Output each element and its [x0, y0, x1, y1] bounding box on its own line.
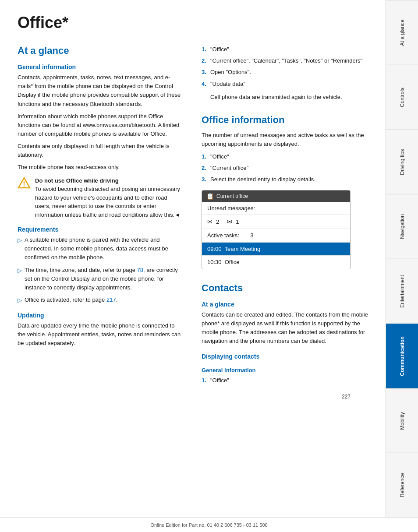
list-item: 4. "Update data"	[202, 80, 368, 88]
list-item: 3. Select the desired entry to display d…	[202, 175, 368, 184]
office-info-steps: 1. "Office" 2. "Current office" 3. Selec…	[202, 152, 368, 184]
req-item-3: Office is activated, refer to page 217.	[25, 296, 117, 304]
list-item: 1. "Office"	[202, 376, 368, 385]
step-num-2: 2.	[202, 56, 208, 65]
step-text-2: "Current office", "Calendar", "Tasks", "…	[210, 56, 362, 65]
office-info-text: The number of unread messages and active…	[202, 131, 368, 148]
general-info-para-3: Contents are only displayed in full leng…	[18, 142, 184, 159]
screen-row: 10:30 Office	[202, 256, 350, 269]
footer: Online Edition for Part no. 01 40 2 606 …	[0, 518, 418, 532]
step-text: Select the desired entry to display deta…	[210, 175, 315, 184]
screen-row: Active tasks: 3	[202, 229, 350, 243]
list-item: ▷ A suitable mobile phone is paired with…	[18, 236, 184, 262]
general-info-para-1: Contacts, appointments, tasks, notes, te…	[18, 73, 184, 109]
appointment-2: 10:30 Office	[207, 259, 239, 265]
step-num: 2.	[202, 164, 208, 173]
email-icon-1: ✉	[207, 217, 213, 226]
requirements-list: ▷ A suitable mobile phone is paired with…	[18, 236, 184, 305]
list-item: ▷ The time, time zone, and date, refer t…	[18, 266, 184, 292]
list-item: 3. Open "Options".	[202, 68, 368, 77]
step-text: "Office"	[210, 152, 229, 161]
doc-icon: 📋	[206, 193, 214, 200]
appointment-1: 09:00 Team Meeting	[207, 246, 260, 252]
bullet-arrow-icon: ▷	[18, 236, 22, 245]
general-info-heading: General information	[18, 63, 184, 70]
bullet-arrow-icon: ▷	[18, 296, 22, 305]
req-item-1: A suitable mobile phone is paired with t…	[25, 236, 184, 262]
step-text: "Current office"	[210, 164, 248, 173]
screen-row: Unread messages:	[202, 202, 350, 215]
svg-text:!: !	[23, 180, 25, 188]
req-item-2: The time, time zone, and date, refer to …	[25, 266, 184, 292]
msg-icons-row: ✉ 2 ✉ 1	[207, 217, 345, 226]
email-count-2: 1	[236, 218, 239, 226]
updating-heading: Updating	[18, 312, 184, 319]
general-info-para-2: Information about which mobile phones su…	[18, 112, 184, 138]
displaying-contacts-heading: Displaying contacts	[202, 353, 368, 360]
warning-box: ! Do not use Office while driving To avo…	[18, 176, 184, 219]
step-num: 3.	[202, 175, 208, 184]
email-count-1: 2	[216, 218, 219, 226]
requirements-heading: Requirements	[18, 226, 184, 233]
footer-text: Online Edition for Part no. 01 40 2 606 …	[150, 522, 267, 528]
warning-text: Do not use Office while driving To avoid…	[35, 176, 184, 219]
sidebar-tab-reference[interactable]: Reference	[386, 453, 418, 518]
general-info-para-4: The mobile phone has read-access only.	[18, 163, 184, 172]
page-number: 227	[18, 389, 368, 400]
sidebar: At a glance Controls Driving tips Naviga…	[386, 0, 418, 518]
step-text-3: Open "Options".	[210, 68, 251, 77]
screen-title: Current office	[216, 193, 248, 199]
right-column: 1. "Office" 2. "Current office", "Calend…	[202, 45, 368, 389]
left-column: At a glance General information Contacts…	[18, 45, 184, 389]
update-steps-list: 1. "Office" 2. "Current office", "Calend…	[202, 45, 368, 88]
list-item: ▷ Office is activated, refer to page 217…	[18, 296, 184, 305]
step-num-1: 1.	[202, 45, 208, 54]
screen-mockup: 📋 Current office Unread messages: ✉ 2	[202, 190, 351, 269]
bullet-arrow-icon: ▷	[18, 266, 22, 275]
link-78[interactable]: 78	[137, 267, 143, 273]
sidebar-tab-navigation[interactable]: Navigation	[386, 194, 418, 259]
page-title: Office*	[18, 13, 368, 32]
contacts-at-a-glance-text: Contacts can be created and edited. The …	[202, 310, 368, 346]
email-icon-2: ✉	[227, 217, 232, 226]
step-num: 1.	[202, 152, 208, 161]
contacts-heading: Contacts	[202, 282, 368, 294]
contacts-section: Contacts At a glance Contacts can be cre…	[202, 282, 368, 385]
step-text: "Office"	[210, 376, 229, 385]
contacts-at-a-glance-heading: At a glance	[202, 301, 368, 308]
contacts-steps: 1. "Office"	[202, 376, 368, 385]
sidebar-tab-mobility[interactable]: Mobility	[386, 388, 418, 453]
list-item: 2. "Current office"	[202, 164, 368, 173]
step-text-4: "Update data"	[210, 80, 245, 88]
step-text-1: "Office"	[210, 45, 229, 54]
warning-detail: To avoid becoming distracted and posing …	[35, 186, 180, 218]
office-info-heading: Office information	[202, 114, 368, 126]
unread-label: Unread messages:	[207, 205, 255, 211]
updating-text: Data are updated every time the mobile p…	[18, 321, 184, 348]
displaying-gen-info-heading: General information	[202, 367, 368, 373]
step-num: 1.	[202, 376, 208, 385]
at-a-glance-heading: At a glance	[18, 45, 184, 56]
sidebar-tab-communication[interactable]: Communication	[386, 324, 418, 388]
list-item: 1. "Office"	[202, 152, 368, 161]
screen-row: ✉ 2 ✉ 1	[202, 215, 350, 229]
warning-bold: Do not use Office while driving	[35, 177, 119, 184]
sidebar-tab-controls[interactable]: Controls	[386, 65, 418, 130]
active-tasks-label: Active tasks: 3	[207, 232, 253, 239]
sidebar-tab-driving-tips[interactable]: Driving tips	[386, 130, 418, 194]
screen-title-bar: 📋 Current office	[202, 190, 350, 202]
sidebar-tab-at-a-glance[interactable]: At a glance	[386, 0, 418, 65]
step-num-4: 4.	[202, 80, 208, 88]
list-item: 1. "Office"	[202, 45, 368, 54]
screen-row-active: 09:00 Team Meeting	[202, 243, 350, 256]
list-item: 2. "Current office", "Calendar", "Tasks"…	[202, 56, 368, 65]
sidebar-tab-entertainment[interactable]: Entertainment	[386, 259, 418, 324]
warning-icon: !	[18, 176, 31, 190]
step-num-3: 3.	[202, 68, 208, 77]
update-data-note: Cell phone data are transmitted again to…	[210, 93, 368, 102]
link-217[interactable]: 217	[106, 296, 116, 303]
